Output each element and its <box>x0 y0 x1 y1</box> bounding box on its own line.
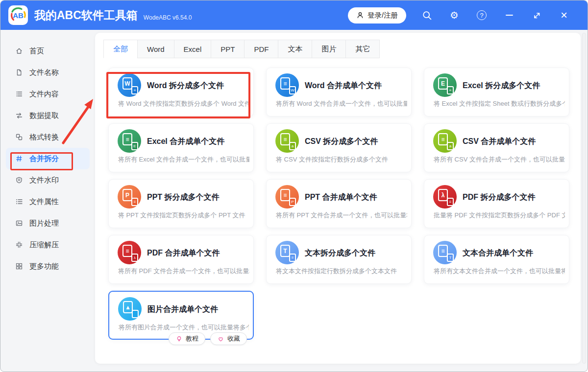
sidebar-item-file-props[interactable]: 文件属性 <box>0 191 95 212</box>
sidebar-item-more-features[interactable]: 更多功能 <box>0 256 95 277</box>
tool-card-word-split[interactable]: W ≡ Word 拆分成多个文件 将 Word 文件按指定页数拆分成多个 Wor… <box>108 68 254 116</box>
format-convert-icon <box>15 133 23 141</box>
sidebar-item-label: 图片处理 <box>29 219 59 228</box>
tool-card-title: PPT 拆分成多个文件 <box>147 192 220 203</box>
tool-card-title: CSV 拆分成多个文件 <box>305 137 378 147</box>
tool-card-title: 图片合并成单个文件 <box>147 304 218 315</box>
tool-card-title: Excel 合并成单个文件 <box>147 137 224 147</box>
ppt-split-icon: P ≡ <box>118 185 141 209</box>
csv-merge-icon: ≡ a <box>433 129 457 153</box>
tool-card-text-split[interactable]: T ≡ 文本拆分成多个文件 将文本文件按指定行数拆分成多个文本文件 <box>266 235 412 284</box>
tool-card-title: Word 拆分成多个文件 <box>147 81 224 91</box>
tool-card-desc: 将 PPT 文件按指定页数拆分成多个 PPT 文件 <box>118 211 249 220</box>
text-merge-icon: ≡ T <box>433 241 457 264</box>
resize-button[interactable] <box>523 5 550 25</box>
sidebar-item-label: 合并拆分 <box>29 154 59 163</box>
favorite-label: 收藏 <box>227 334 240 343</box>
more-features-icon <box>15 262 23 270</box>
tab-text[interactable]: 文本 <box>278 40 312 58</box>
sidebar-item-label: 文件名称 <box>29 68 59 77</box>
heart-icon <box>217 335 224 343</box>
sidebar-item-label: 首页 <box>29 46 44 56</box>
sidebar-item-merge-split[interactable]: 合并拆分 <box>6 148 90 169</box>
tool-card-ppt-merge[interactable]: ≡ P PPT 合并成单个文件 将所有 PPT 文件合并成一个文件，也可以批量将… <box>266 179 412 228</box>
settings-button[interactable]: ⚙ <box>441 5 468 25</box>
sidebar-item-file-content[interactable]: 文件内容 <box>0 83 95 105</box>
tool-card-desc: 将所有图片合并成一个文件，也可以批量将多个文 <box>119 323 249 332</box>
tool-card-csv-merge[interactable]: ≡ a CSV 合并成单个文件 将所有 CSV 文件合并成一个文件，也可以批量将… <box>424 123 569 172</box>
compress-icon <box>15 241 23 249</box>
tool-card-desc: 将 Excel 文件按指定 Sheet 数或行数拆分成多个 Exc <box>434 99 565 108</box>
tab-pdf[interactable]: PDF <box>244 40 278 58</box>
tutorial-label: 教程 <box>186 334 198 343</box>
tool-card-pdf-split[interactable]: λ ≡ PDF 拆分成多个文件 批量将 PDF 文件按指定页数拆分成多个 PDF… <box>424 179 569 228</box>
tool-card-desc: 将所有 Word 文件合并成一个文件，也可以批量将多 <box>276 99 407 108</box>
tool-card-ppt-split[interactable]: P ≡ PPT 拆分成多个文件 将 PPT 文件按指定页数拆分成多个 PPT 文… <box>108 179 254 228</box>
sidebar-item-label: 文件水印 <box>29 176 59 185</box>
svg-text:AB: AB <box>13 11 24 20</box>
tab-all[interactable]: 全部 <box>103 40 138 58</box>
tool-card-desc: 将所有 Excel 文件合并成一个文件，也可以批量将多 <box>118 155 249 164</box>
tab-other[interactable]: 其它 <box>345 40 380 58</box>
search-icon <box>422 10 432 21</box>
help-icon: ? <box>477 10 487 20</box>
file-props-icon <box>15 198 23 206</box>
favorite-button[interactable]: 收藏 <box>210 332 247 345</box>
tool-card-pdf-merge[interactable]: ≡ λ PDF 合并成单个文件 将所有 PDF 文件合并成一个文件，也可以批量将… <box>108 235 254 284</box>
tab-ppt[interactable]: PPT <box>211 40 245 58</box>
sidebar-item-file-name[interactable]: 文件名称 <box>0 62 95 83</box>
sidebar-item-format-convert[interactable]: 格式转换 <box>0 126 95 148</box>
tool-card-desc: 将所有 CSV 文件合并成一个文件，也可以批量将多 <box>434 155 565 164</box>
help-button[interactable]: ? <box>468 5 495 25</box>
card-hover-actions: 教程 收藏 <box>169 332 247 345</box>
vertical-scrollbar[interactable] <box>582 33 586 364</box>
user-icon <box>356 11 364 19</box>
home-icon <box>15 47 23 55</box>
excel-merge-icon: ≡ E <box>118 129 141 153</box>
minimize-icon <box>506 15 513 16</box>
tab-excel[interactable]: Excel <box>174 40 212 58</box>
app-window: AB 我的ABC软件工具箱 WodeABC v6.54.0 登录/注册 ⚙ <box>0 0 588 372</box>
sidebar: 首页 文件名称 文件内容 数据提取 格式转换 合并拆分 文件水印 文件属性 <box>0 30 95 372</box>
tab-image[interactable]: 图片 <box>312 40 346 58</box>
tool-card-word-merge[interactable]: ≡ W Word 合并成单个文件 将所有 Word 文件合并成一个文件，也可以批… <box>266 68 412 116</box>
sidebar-item-data-extract[interactable]: 数据提取 <box>0 105 95 126</box>
word-merge-icon: ≡ W <box>275 73 299 97</box>
sidebar-item-label: 文件内容 <box>29 90 59 99</box>
image-process-icon <box>15 219 23 227</box>
tutorial-button[interactable]: 教程 <box>169 332 205 345</box>
file-content-icon <box>15 90 23 98</box>
tab-word[interactable]: Word <box>137 40 174 58</box>
tool-card-title: PDF 拆分成多个文件 <box>463 192 535 203</box>
tool-card-text-merge[interactable]: ≡ T 文本合并成单个文件 将所有文本文件合并成一个文件，也可以批量将多 <box>424 235 569 284</box>
tool-card-image-merge[interactable]: ▲ 图片合并成单个文件 将所有图片合并成一个文件，也可以批量将多个文 教程 <box>108 291 254 340</box>
sidebar-item-compress[interactable]: 压缩解压 <box>0 234 95 256</box>
app-logo: AB <box>8 5 28 25</box>
tool-card-title: PPT 合并成单个文件 <box>305 192 377 203</box>
tool-card-title: 文本合并成单个文件 <box>463 248 533 258</box>
sidebar-item-image-process[interactable]: 图片处理 <box>0 212 95 234</box>
sidebar-item-watermark[interactable]: 文件水印 <box>0 169 95 191</box>
tool-card-desc: 将所有文本文件合并成一个文件，也可以批量将多 <box>434 267 565 276</box>
login-register-button[interactable]: 登录/注册 <box>348 7 406 23</box>
excel-split-icon: E ≡ <box>433 73 457 97</box>
pdf-split-icon: λ ≡ <box>433 185 457 209</box>
tool-card-csv-split[interactable]: ≡ a CSV 拆分成多个文件 将 CSV 文件按指定行数拆分成多个文件 <box>266 123 412 172</box>
app-title: 我的ABC软件工具箱 <box>34 8 138 23</box>
image-merge-icon: ▲ <box>118 297 142 321</box>
tool-card-grid: W ≡ Word 拆分成多个文件 将 Word 文件按指定页数拆分成多个 Wor… <box>108 68 569 340</box>
minimize-button[interactable] <box>495 5 523 25</box>
category-tabs: 全部 Word Excel PPT PDF 文本 图片 其它 <box>103 40 380 58</box>
tool-card-excel-split[interactable]: E ≡ Excel 拆分成多个文件 将 Excel 文件按指定 Sheet 数或… <box>424 68 569 116</box>
search-button[interactable] <box>413 5 441 25</box>
merge-split-icon <box>15 155 23 163</box>
sidebar-item-home[interactable]: 首页 <box>0 40 95 62</box>
resize-icon <box>532 10 541 20</box>
tool-card-title: Word 合并成单个文件 <box>305 81 382 91</box>
data-extract-icon <box>15 112 23 119</box>
tool-card-title: PDF 合并成单个文件 <box>147 248 220 258</box>
tool-card-desc: 将 CSV 文件按指定行数拆分成多个文件 <box>276 155 407 164</box>
tool-card-title: Excel 拆分成多个文件 <box>463 81 540 91</box>
tool-card-excel-merge[interactable]: ≡ E Excel 合并成单个文件 将所有 Excel 文件合并成一个文件，也可… <box>108 123 254 172</box>
close-button[interactable]: × <box>550 5 578 25</box>
